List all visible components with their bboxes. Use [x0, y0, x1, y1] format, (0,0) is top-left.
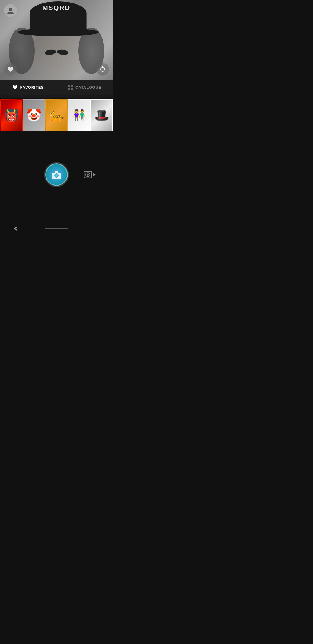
rotate-icon	[99, 66, 106, 73]
controls-bottom-spacer	[0, 201, 113, 217]
shutter-button[interactable]	[45, 163, 68, 186]
filter-couple[interactable]	[68, 99, 90, 131]
grid-tab-icon	[68, 85, 73, 90]
tab-bar: FAVORITES CATALOGUE	[0, 80, 113, 95]
profile-button[interactable]	[4, 4, 17, 17]
camera-shutter-icon	[52, 170, 61, 179]
back-nav-button[interactable]	[7, 223, 25, 234]
svg-point-11	[87, 174, 89, 176]
heart-tab-icon	[12, 85, 18, 90]
filter-clown[interactable]	[23, 99, 45, 131]
tab-favorites[interactable]: FAVORITES	[0, 80, 57, 95]
svg-marker-12	[93, 173, 96, 177]
filter-evil-queen[interactable]	[0, 99, 23, 131]
mustache-filter	[45, 50, 68, 56]
tab-catalogue-label: CATALOGUE	[75, 85, 101, 90]
recents-nav-button[interactable]	[88, 223, 106, 234]
home-indicator	[45, 228, 68, 229]
favorite-button[interactable]	[4, 63, 17, 76]
video-record-button[interactable]	[84, 170, 96, 179]
svg-point-8	[55, 174, 58, 177]
filter-chaplin[interactable]	[90, 99, 113, 131]
section-divider	[0, 95, 113, 98]
app-title: MSQRD	[43, 4, 71, 12]
heart-icon	[7, 66, 14, 72]
svg-rect-2	[71, 85, 73, 87]
home-nav-button[interactable]	[39, 225, 74, 231]
video-icon	[84, 170, 96, 179]
camera-viewfinder: MSQRD	[0, 0, 113, 80]
svg-rect-6	[55, 171, 58, 173]
recents-icon	[94, 226, 100, 231]
controls-area	[0, 149, 113, 201]
profile-icon	[7, 7, 14, 14]
back-icon	[13, 226, 19, 231]
system-nav-bar	[0, 217, 113, 240]
filter-leopard[interactable]	[45, 99, 68, 131]
svg-point-0	[9, 8, 12, 11]
tab-favorites-label: FAVORITES	[20, 85, 44, 90]
svg-rect-1	[68, 85, 70, 87]
svg-rect-3	[68, 88, 70, 90]
flip-camera-button[interactable]	[96, 63, 109, 76]
svg-rect-4	[71, 88, 73, 90]
bottom-spacer	[0, 133, 113, 149]
filter-strip	[0, 98, 113, 133]
tab-catalogue[interactable]: CATALOGUE	[57, 80, 113, 95]
